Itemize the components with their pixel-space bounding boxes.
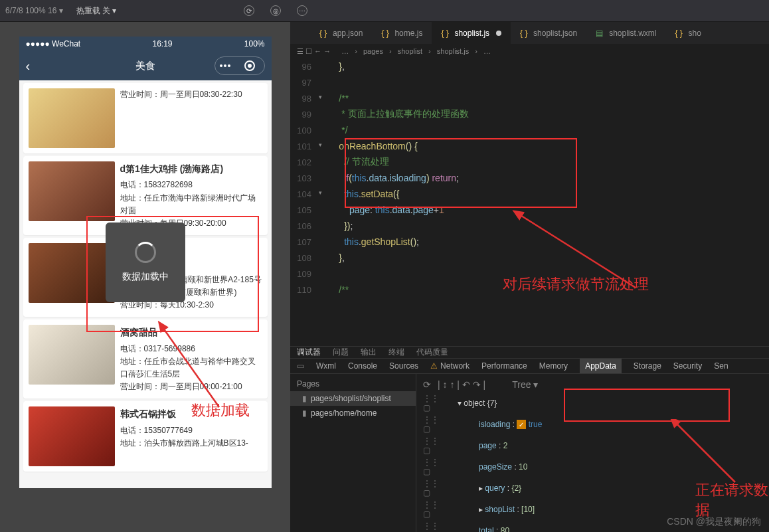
close-circle-icon[interactable]: [244, 60, 255, 71]
tree-item[interactable]: ⋮⋮ ▢▸ query : {2}: [423, 478, 762, 499]
menu-dots-icon[interactable]: [224, 64, 226, 67]
toolbar-icons[interactable]: ☰ ☐ ← →: [297, 47, 331, 56]
panel-tab[interactable]: 调试器: [297, 347, 321, 358]
devtools-tab[interactable]: Storage: [634, 361, 661, 371]
devtools-tab[interactable]: Memory: [539, 361, 568, 371]
shop-image: [29, 406, 115, 466]
editor-tab[interactable]: ▤shoplist.wxml: [586, 22, 665, 44]
devtools-tab[interactable]: Wxml: [316, 361, 336, 371]
zoom-info[interactable]: 6/7/8 100% 16 ▾: [5, 6, 63, 15]
js-file-icon: { }: [381, 29, 390, 38]
js-file-icon: { }: [675, 29, 685, 38]
simulator-panel: ●●●●● WeChat 16:19 100% ‹ 美食 营业时间：周一至周日0…: [0, 22, 290, 532]
panel-tab[interactable]: 输出: [361, 347, 377, 358]
wxml-file-icon: ▤: [596, 29, 605, 38]
data-toolbar[interactable]: ⟳ | ↕ ↑ | ↶ ↷ | Tree ▾: [423, 377, 762, 393]
editor-tab[interactable]: { }sho: [666, 22, 711, 44]
editor-tabs: { }app.json{ }home.js{ }shoplist.js{ }sh…: [290, 22, 769, 44]
shop-info: 营业时间：周一至周日08:30-22:30: [120, 88, 262, 148]
unsaved-dot-icon: [496, 31, 501, 36]
panel-tab[interactable]: 代码质量: [416, 347, 448, 358]
shop-image: [29, 325, 115, 385]
shop-info: d第1佳大鸡排 (渤海路店)电话：15832782698地址：任丘市渤海中路新绿…: [120, 161, 262, 230]
time-text: 16:19: [152, 39, 172, 48]
loading-text: 数据加载中: [122, 271, 169, 283]
devtools-tab[interactable]: Performance: [481, 361, 527, 371]
devtools-tab[interactable]: Console: [348, 361, 377, 371]
devtools-tab[interactable]: Sources: [389, 361, 418, 371]
tree-item[interactable]: ⋮⋮ ▢isloading : ✓ true: [423, 414, 762, 435]
page-item[interactable]: ▮pages/home/home: [290, 406, 416, 420]
editor-tab[interactable]: { }home.js: [372, 22, 432, 44]
shop-item[interactable]: 营业时间：周一至周日08:30-22:30: [23, 83, 268, 153]
shop-item[interactable]: 酒窝甜品电话：0317-5699886地址：任丘市会战北道与裕华中路交叉口蓓莎汇…: [23, 319, 268, 399]
appdata-panel: ⟳ | ↕ ↑ | ↶ ↷ | Tree ▾ ⋮⋮ ▢▾ object {7}⋮…: [416, 374, 769, 532]
pages-panel: Pages ▮pages/shoplist/shoplist▮pages/hom…: [290, 374, 416, 532]
js-file-icon: { }: [441, 29, 450, 38]
shop-image: [29, 161, 115, 221]
refresh-icon[interactable]: ⟳: [423, 379, 431, 390]
devtools-tab[interactable]: AppData: [580, 359, 622, 373]
pages-header: Pages: [290, 377, 416, 391]
phone-frame: ●●●●● WeChat 16:19 100% ‹ 美食 营业时间：周一至周日0…: [19, 37, 272, 488]
devtools-tab[interactable]: Sen: [714, 361, 728, 371]
editor-tab[interactable]: { }shoplist.js: [432, 22, 511, 44]
tree-mode-select[interactable]: Tree ▾: [512, 379, 538, 390]
file-icon: ▮: [302, 408, 307, 418]
hot-reload-toggle[interactable]: 热重载 关 ▾: [76, 5, 117, 17]
phone-status-bar: ●●●●● WeChat 16:19 100%: [19, 37, 272, 51]
battery-text: 100%: [244, 39, 265, 48]
carrier-text: ●●●●● WeChat: [26, 39, 81, 48]
shop-image: [29, 88, 115, 148]
editor-tab[interactable]: { }app.json: [310, 22, 372, 44]
editor-panel: { }app.json{ }home.js{ }shoplist.js{ }sh…: [290, 22, 769, 532]
tree-item[interactable]: ⋮⋮ ▢pageSize : 10: [423, 456, 762, 478]
loading-toast: 数据加载中: [106, 222, 185, 302]
back-icon[interactable]: ‹: [26, 58, 31, 74]
tree-item[interactable]: ⋮⋮ ▢page : 2: [423, 435, 762, 456]
watermark: CSDN @我是夜阑的狗: [667, 516, 761, 528]
shop-item[interactable]: 韩式石锅拌饭电话：15350777649地址：泊头市解放西路上河城B区13-: [23, 401, 268, 472]
nav-title: 美食: [135, 60, 155, 72]
json-file-icon: { }: [520, 29, 529, 38]
bottom-panel: 调试器问题输出终端代码质量 ▭ WxmlConsoleSources⚠Netwo…: [290, 346, 769, 532]
devtools-select-icon[interactable]: ▭: [297, 361, 304, 371]
devtools-tabs: ▭ WxmlConsoleSources⚠NetworkPerformanceM…: [290, 359, 769, 374]
file-icon: ▮: [302, 394, 307, 403]
panel-tab[interactable]: 问题: [333, 347, 349, 358]
panel-tabs: 调试器问题输出终端代码质量: [290, 347, 769, 359]
top-bar: 6/7/8 100% 16 ▾ 热重载 关 ▾ ⟳ ◎ ⋯: [0, 0, 769, 22]
shop-image: [29, 243, 115, 303]
tree-root[interactable]: ⋮⋮ ▢▾ object {7}: [423, 393, 762, 414]
panel-tab[interactable]: 终端: [388, 347, 404, 358]
spinner-icon: [135, 242, 156, 263]
devtools-tab[interactable]: Security: [673, 361, 702, 371]
shop-info: 韩式石锅拌饭电话：15350777649地址：泊头市解放西路上河城B区13-: [120, 406, 262, 466]
dots-icon[interactable]: ⋯: [297, 5, 307, 16]
editor-tab[interactable]: { }shoplist.json: [511, 22, 586, 44]
target-icon[interactable]: ◎: [270, 5, 281, 16]
capsule-button[interactable]: [214, 56, 265, 75]
phone-nav-bar: ‹ 美食: [19, 51, 272, 80]
shop-info: 酒窝甜品电话：0317-5699886地址：任丘市会战北道与裕华中路交叉口蓓莎汇…: [120, 325, 262, 393]
json-file-icon: { }: [319, 29, 329, 38]
breadcrumb[interactable]: ☰ ☐ ← → … › pages › shoplist › shoplist.…: [290, 44, 769, 58]
page-item[interactable]: ▮pages/shoplist/shoplist: [290, 391, 416, 406]
refresh-icon[interactable]: ⟳: [244, 5, 254, 16]
code-editor[interactable]: 96 },9798▾ /**99 * 页面上拉触底事件的处理函数100 */10…: [290, 58, 769, 346]
devtools-tab[interactable]: ⚠Network: [430, 361, 470, 371]
